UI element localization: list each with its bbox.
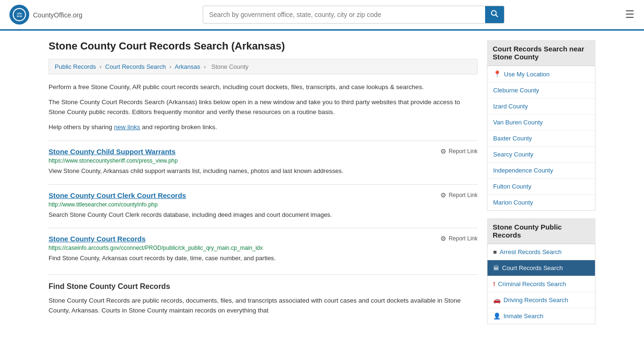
nearby-county-0[interactable]: Cleburne County [487, 82, 595, 99]
report-icon-1: ⚙ [440, 191, 446, 199]
report-link-1[interactable]: ⚙ Report Link [440, 191, 478, 199]
sidebar: Court Records Search near Stone County 📍… [487, 40, 595, 332]
record-desc-0: View Stone County, Arkansas child suppor… [49, 166, 478, 176]
use-my-location[interactable]: 📍 Use My Location [487, 66, 595, 82]
logo-name: CountyOffice [33, 11, 71, 19]
report-label-2: Report Link [449, 235, 478, 242]
record-section-1: Stone County Court Clerk Court Records ⚙… [49, 184, 478, 220]
nearby-county-5[interactable]: Independence County [487, 163, 595, 179]
nearby-header: Court Records Search near Stone County [487, 40, 595, 66]
pr-label-1: Court Records Search [502, 264, 563, 272]
find-title: Find Stone County Court Records [49, 282, 478, 291]
pr-icon-4: 👤 [493, 313, 501, 320]
search-box [203, 6, 504, 24]
pr-item-3[interactable]: 🚗 Driving Records Search [487, 292, 595, 308]
record-desc-1: Search Stone County Court Clerk records … [49, 210, 478, 220]
description-2: The Stone County Court Records Search (A… [49, 97, 478, 117]
location-icon: 📍 [493, 70, 501, 78]
record-section-2: Stone County Court Records ⚙ Report Link… [49, 228, 478, 263]
nearby-section: Court Records Search near Stone County 📍… [487, 40, 595, 211]
nearby-county-7[interactable]: Marion County [487, 195, 595, 210]
breadcrumb-court-records-search[interactable]: Court Records Search [105, 63, 166, 70]
record-title-2[interactable]: Stone County Court Records [49, 235, 146, 243]
location-link[interactable]: Use My Location [504, 71, 550, 78]
record-desc-2: Find Stone County, Arkansas court record… [49, 254, 478, 263]
search-input[interactable] [203, 6, 485, 23]
pr-label-2: Criminal Records Search [498, 280, 566, 288]
pr-label-3: Driving Records Search [504, 296, 568, 304]
record-header-2: Stone County Court Records ⚙ Report Link [49, 235, 478, 243]
pr-item-2[interactable]: ! Criminal Records Search [487, 276, 595, 292]
nearby-list: 📍 Use My Location Cleburne County Izard … [487, 66, 595, 211]
nearby-county-1[interactable]: Izard County [487, 99, 595, 115]
report-label-1: Report Link [449, 192, 478, 198]
pr-item-0[interactable]: ■ Arrest Records Search [487, 244, 595, 260]
svg-point-2 [492, 11, 496, 16]
nearby-county-3[interactable]: Baxter County [487, 131, 595, 147]
record-header-0: Stone County Child Support Warrants ⚙ Re… [49, 148, 478, 156]
nearby-county-2[interactable]: Van Buren County [487, 115, 595, 131]
report-link-0[interactable]: ⚙ Report Link [440, 148, 478, 155]
breadcrumb-stone-county: Stone County [211, 63, 248, 70]
pr-item-1[interactable]: 🏛 Court Records Search [487, 260, 595, 276]
new-links-link[interactable]: new links [114, 123, 140, 131]
content-area: Stone County Court Records Search (Arkan… [49, 40, 478, 332]
public-records-header: Stone County Public Records [487, 218, 595, 244]
logo-suffix: .org [71, 11, 83, 19]
pr-icon-0: ■ [493, 248, 497, 255]
logo-icon: ⚖ [9, 5, 29, 25]
svg-text:⚖: ⚖ [17, 11, 23, 18]
record-title-1[interactable]: Stone County Court Clerk Court Records [49, 191, 186, 199]
report-label-0: Report Link [449, 148, 478, 155]
find-description: Stone County Court Records are public re… [49, 296, 478, 316]
report-link-2[interactable]: ⚙ Report Link [440, 235, 478, 242]
pr-icon-1: 🏛 [493, 264, 499, 272]
nearby-county-6[interactable]: Fulton County [487, 179, 595, 195]
record-title-0[interactable]: Stone County Child Support Warrants [49, 148, 175, 156]
header: ⚖ CountyOffice.org ☰ [0, 0, 644, 31]
pr-label-4: Inmate Search [504, 313, 544, 320]
nearby-county-4[interactable]: Searcy County [487, 147, 595, 163]
main-container: Stone County Court Records Search (Arkan… [39, 31, 605, 341]
description-3: Help others by sharing new links and rep… [49, 122, 478, 132]
pr-item-4[interactable]: 👤 Inmate Search [487, 308, 595, 324]
breadcrumb-public-records[interactable]: Public Records [55, 63, 96, 70]
menu-icon[interactable]: ☰ [625, 8, 635, 21]
page-title: Stone County Court Records Search (Arkan… [49, 40, 478, 52]
breadcrumb: Public Records › Court Records Search › … [49, 59, 478, 74]
logo-area: ⚖ CountyOffice.org [9, 5, 83, 25]
pr-icon-3: 🚗 [493, 296, 501, 304]
description-1: Perform a free Stone County, AR public c… [49, 82, 478, 92]
svg-line-3 [496, 15, 498, 17]
public-records-list: ■ Arrest Records Search 🏛 Court Records … [487, 244, 595, 324]
record-url-2: https://caseinfo.arcourts.gov/cconnect/P… [49, 245, 478, 251]
search-button[interactable] [485, 6, 504, 23]
logo-text: CountyOffice.org [33, 10, 83, 20]
breadcrumb-arkansas[interactable]: Arkansas [175, 63, 200, 70]
pr-label-0: Arrest Records Search [500, 248, 562, 255]
record-url-1: http://www.titlesearcher.com/countyInfo.… [49, 201, 478, 208]
desc3-post: and reporting broken links. [140, 123, 217, 131]
record-url-0: https://www.stonecountysheriff.com/press… [49, 157, 478, 164]
report-icon-0: ⚙ [440, 148, 446, 155]
report-icon-2: ⚙ [440, 235, 446, 242]
record-section-0: Stone County Child Support Warrants ⚙ Re… [49, 140, 478, 176]
pr-icon-2: ! [493, 280, 495, 288]
search-area [203, 6, 504, 24]
record-header-1: Stone County Court Clerk Court Records ⚙… [49, 191, 478, 199]
find-section: Find Stone County Court Records Stone Co… [49, 274, 478, 316]
desc3-pre: Help others by sharing [49, 123, 114, 131]
public-records-section: Stone County Public Records ■ Arrest Rec… [487, 218, 595, 324]
